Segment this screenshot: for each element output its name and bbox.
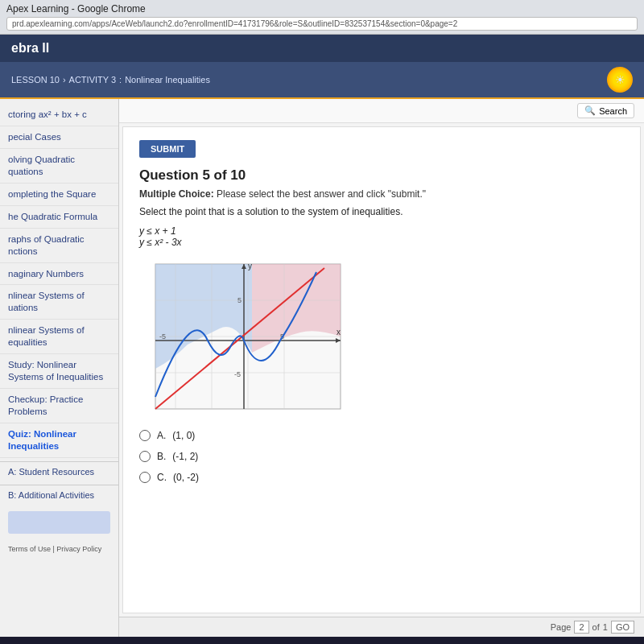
answer-choice-c[interactable]: C. (0, -2): [139, 472, 624, 483]
sun-icon: ☀: [607, 67, 633, 93]
graph-svg: x y 5 -5 -5 5: [139, 256, 349, 417]
breadcrumb-sep1: ›: [63, 75, 66, 85]
svg-text:5: 5: [237, 296, 242, 304]
browser-title: Apex Learning - Google Chrome: [6, 3, 638, 14]
search-bar: 🔍 Search: [119, 99, 644, 123]
go-button[interactable]: GO: [611, 621, 634, 634]
search-icon: 🔍: [584, 105, 596, 116]
breadcrumb-lesson: LESSON 10: [11, 75, 60, 85]
sidebar-item-graphs-quadratic[interactable]: raphs of Quadratic nctions: [0, 229, 118, 263]
sidebar-decorative-box: [8, 511, 110, 534]
instruction-bold: Multiple Choice:: [139, 188, 214, 200]
graph-container: x y 5 -5 -5 5: [139, 256, 349, 417]
sidebar-item-quadratic-formula[interactable]: he Quadratic Formula: [0, 206, 118, 229]
page-label: Page: [551, 622, 572, 632]
search-box[interactable]: 🔍 Search: [577, 103, 634, 118]
choice-c-letter: C.: [157, 472, 167, 483]
answer-choice-a[interactable]: A. (1, 0): [139, 430, 624, 441]
app-container: ebra II LESSON 10 › ACTIVITY 3 : Nonline…: [0, 35, 644, 637]
sidebar-item-factoring[interactable]: ctoring ax² + bx + c: [0, 104, 118, 126]
sidebar-item-additional-activities[interactable]: B: Additional Activities: [0, 485, 118, 505]
course-title: ebra II: [11, 41, 49, 55]
choice-b-letter: B.: [157, 451, 166, 462]
of-label: of: [592, 622, 600, 632]
sidebar-item-checkup[interactable]: Checkup: Practice Problems: [0, 389, 118, 423]
radio-a[interactable]: [139, 430, 151, 441]
choice-c-value: (0, -2): [173, 472, 199, 483]
instruction-text: Please select the best answer and click …: [214, 188, 426, 200]
radio-c[interactable]: [139, 472, 151, 483]
sidebar-item-nonlinear-systems[interactable]: nlinear Systems of uations: [0, 285, 118, 320]
question-area: SUBMIT Question 5 of 10 Multiple Choice:…: [122, 126, 641, 613]
sidebar-item-imaginary[interactable]: naginary Numbers: [0, 263, 118, 286]
question-text: Select the point that is a solution to t…: [139, 206, 624, 217]
content-area: 🔍 Search SUBMIT Question 5 of 10 Multipl…: [119, 99, 644, 637]
inequalities: y ≤ x + 1 y ≤ x² - 3x: [139, 225, 624, 248]
submit-button[interactable]: SUBMIT: [139, 140, 196, 158]
inequality1: y ≤ x + 1: [139, 225, 624, 237]
svg-text:-5: -5: [234, 370, 241, 378]
question-instruction: Multiple Choice: Please select the best …: [139, 188, 624, 200]
breadcrumb-bar: LESSON 10 › ACTIVITY 3 : Nonlinear Inequ…: [0, 62, 644, 99]
question-title: Question 5 of 10: [139, 167, 624, 184]
choice-b-value: (-1, 2): [172, 451, 198, 462]
app-header: ebra II: [0, 35, 644, 62]
choice-a-letter: A.: [157, 430, 166, 441]
svg-text:-5: -5: [159, 332, 166, 341]
inequality2: y ≤ x² - 3x: [139, 237, 624, 248]
browser-chrome: Apex Learning - Google Chrome prd.apexle…: [0, 0, 644, 35]
taskbar: Type here to search ⊞ ▣ e 📁 ▦ 🛡: [0, 637, 644, 644]
page-number: 2: [574, 621, 588, 634]
page-footer: Page 2 of 1 GO: [119, 617, 644, 637]
browser-url: prd.apexlearning.com/apps/AceWeb/launch2…: [6, 17, 638, 31]
sidebar-item-study[interactable]: Study: Nonlinear Systems of Inequalities: [0, 354, 118, 389]
main-body: ctoring ax² + bx + c pecial Cases olving…: [0, 99, 644, 637]
svg-text:x: x: [336, 328, 341, 336]
sidebar-item-quiz[interactable]: Quiz: Nonlinear Inequalities: [0, 423, 118, 458]
sidebar-item-completing-square[interactable]: ompleting the Square: [0, 184, 118, 206]
sidebar-item-student-resources[interactable]: A: Student Resources: [0, 461, 118, 481]
total-pages: 1: [603, 622, 608, 632]
search-label: Search: [599, 106, 627, 116]
sidebar-item-nonlinear-inequalities-systems[interactable]: nlinear Systems of equalities: [0, 320, 118, 354]
svg-text:y: y: [248, 262, 252, 270]
sidebar: ctoring ax² + bx + c pecial Cases olving…: [0, 99, 119, 637]
breadcrumb-sep2: :: [119, 75, 122, 85]
radio-b[interactable]: [139, 451, 151, 462]
sidebar-item-solving-quadratic[interactable]: olving Quadratic quations: [0, 149, 118, 184]
sidebar-terms: Terms of Use | Privacy Policy: [0, 540, 118, 558]
breadcrumb-activity: ACTIVITY 3: [69, 75, 116, 85]
sidebar-item-special-cases[interactable]: pecial Cases: [0, 126, 118, 149]
breadcrumb-topic: Nonlinear Inequalities: [125, 75, 210, 85]
choice-a-value: (1, 0): [172, 430, 195, 441]
answer-choice-b[interactable]: B. (-1, 2): [139, 451, 624, 462]
